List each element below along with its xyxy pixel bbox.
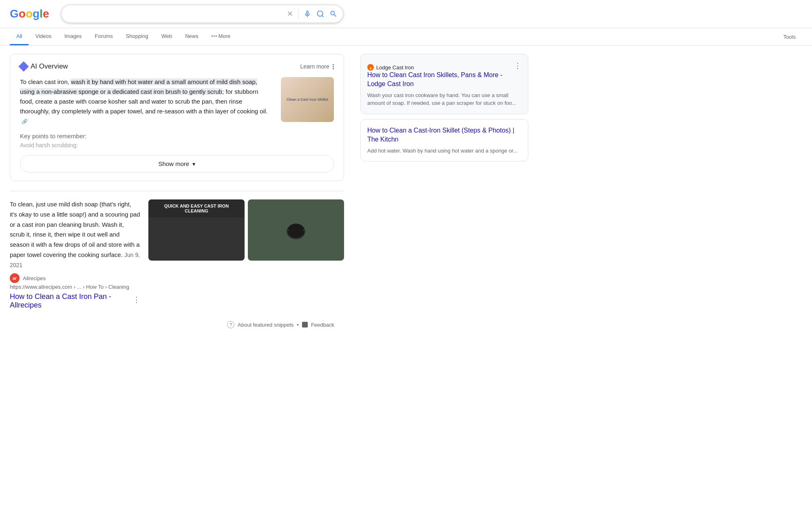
right-source-row-1: 🔥 Lodge Cast Iron ⋮ (367, 61, 521, 71)
tab-all[interactable]: All (10, 28, 29, 45)
avoid-text: Avoid harsh scrubbing: (20, 142, 334, 148)
google-logo[interactable]: Google (10, 7, 49, 20)
more-dots-icon (212, 35, 217, 37)
right-column: 🔥 Lodge Cast Iron ⋮ How to Clean Cast Ir… (360, 54, 528, 332)
svg-rect-4 (287, 230, 289, 232)
key-points-section: Key points to remember: Avoid harsh scru… (20, 133, 334, 148)
tab-news[interactable]: News (179, 28, 205, 45)
result-image-2 (248, 199, 344, 261)
clear-button[interactable]: ✕ (287, 9, 293, 18)
right-source-1-icon: 🔥 (367, 64, 374, 71)
tab-images[interactable]: Images (58, 28, 88, 45)
show-more-label: Show more (159, 160, 190, 167)
section-divider (10, 191, 344, 191)
learn-more-dots-icon (333, 64, 334, 69)
learn-more-label: Learn more (300, 63, 329, 70)
search-input[interactable]: how do you clean cast iron (70, 10, 323, 18)
result-images: QUICK AND EASY CAST IRON CLEANING (148, 199, 344, 261)
svg-point-3 (287, 223, 304, 238)
right-result-1-title[interactable]: How to Clean Cast Iron Skillets, Pans & … (367, 71, 521, 89)
result-link[interactable]: How to Clean a Cast Iron Pan - Allrecipe… (10, 292, 130, 310)
result-image-1: QUICK AND EASY CAST IRON CLEANING (148, 199, 245, 261)
result-image-1-text: QUICK AND EASY CAST IRON CLEANING (152, 204, 241, 213)
ai-overview-header: AI Overview Learn more (20, 62, 334, 71)
tab-more-label: More (218, 33, 231, 39)
svg-line-1 (322, 15, 324, 17)
footer-bar: ? About featured snippets • Feedback (10, 318, 344, 332)
footer-dot: • (297, 322, 299, 328)
tab-more[interactable]: More (205, 28, 237, 45)
ai-overview-label: AI Overview (31, 62, 68, 71)
result-text-area: To clean, just use mild dish soap (that'… (10, 199, 140, 310)
voice-search-button[interactable] (303, 10, 311, 18)
logo-g2: g (33, 7, 40, 20)
right-result-2-desc: Add hot water. Wash by hand using hot wa… (367, 147, 521, 155)
logo-l: l (40, 7, 43, 20)
right-source-1-name: Lodge Cast Iron (376, 64, 414, 71)
ai-main-text: To clean cast iron, wash it by hand with… (20, 77, 273, 126)
svg-point-0 (318, 11, 323, 16)
lens-search-button[interactable] (316, 10, 324, 18)
ai-content-area: To clean cast iron, wash it by hand with… (20, 77, 334, 126)
search-result-block: To clean, just use mild dish soap (that'… (10, 199, 344, 310)
ai-text-before-highlight: To clean cast iron, (20, 78, 71, 85)
source-name: Allrecipes (23, 275, 46, 281)
logo-e: e (43, 7, 49, 20)
ai-overview-box: AI Overview Learn more To clean cast iro… (10, 54, 344, 181)
logo-g: G (10, 7, 19, 20)
source-icon-text: ar (13, 276, 16, 281)
result-content-area: To clean, just use mild dish soap (that'… (10, 199, 344, 310)
tools-button[interactable]: Tools (777, 29, 802, 45)
feedback-link[interactable]: Feedback (311, 322, 334, 328)
ai-learn-more[interactable]: Learn more (300, 63, 334, 70)
header: Google how do you clean cast iron ✕ (0, 0, 812, 28)
search-bar: how do you clean cast iron ✕ (61, 5, 343, 23)
tab-web[interactable]: Web (155, 28, 179, 45)
right-source-1: 🔥 Lodge Cast Iron (367, 64, 414, 71)
feedback-icon (302, 322, 308, 327)
left-column: AI Overview Learn more To clean cast iro… (10, 54, 344, 332)
chevron-down-icon: ▾ (192, 161, 195, 167)
main-layout: AI Overview Learn more To clean cast iro… (0, 46, 538, 340)
source-url: https://www.allrecipes.com › ... › How T… (10, 284, 140, 290)
right-result-1-more-icon[interactable]: ⋮ (514, 61, 521, 70)
ai-overview-title: AI Overview (20, 62, 68, 71)
ai-overview-image: Clean a Cast Iron Skillet (281, 77, 334, 122)
source-info: ar Allrecipes (10, 273, 140, 283)
about-featured-snippets-link[interactable]: About featured snippets (238, 322, 293, 328)
result-image-1-content: QUICK AND EASY CAST IRON CLEANING (148, 199, 245, 217)
link-icon: 🔗 (22, 119, 28, 124)
result-text: To clean, just use mild dish soap (that'… (10, 199, 140, 270)
right-result-1-desc: Wash your cast iron cookware by hand. Yo… (367, 91, 521, 107)
right-result-1: 🔥 Lodge Cast Iron ⋮ How to Clean Cast Ir… (360, 54, 528, 114)
source-favicon: ar (10, 273, 20, 283)
show-more-button[interactable]: Show more ▾ (20, 155, 334, 173)
logo-o1: o (19, 7, 26, 20)
svg-rect-5 (303, 230, 305, 232)
ai-diamond-icon (18, 61, 29, 71)
result-title-row: How to Clean a Cast Iron Pan - Allrecipe… (10, 290, 140, 310)
search-bar-container: how do you clean cast iron ✕ (61, 5, 343, 23)
result-more-icon[interactable]: ⋮ (133, 295, 140, 304)
tab-forums[interactable]: Forums (88, 28, 119, 45)
divider (298, 9, 298, 19)
key-points-title: Key points to remember: (20, 133, 334, 139)
right-result-2: How to Clean a Cast-Iron Skillet (Steps … (360, 119, 528, 162)
help-icon[interactable]: ? (227, 321, 234, 328)
tab-shopping[interactable]: Shopping (119, 28, 155, 45)
cast-iron-svg (284, 218, 308, 242)
tab-videos[interactable]: Videos (29, 28, 58, 45)
ai-image-placeholder: Clean a Cast Iron Skillet (281, 77, 334, 122)
logo-o2: o (26, 7, 33, 20)
search-button[interactable] (329, 10, 338, 18)
search-bar-icons: ✕ (287, 9, 338, 19)
right-result-2-title[interactable]: How to Clean a Cast-Iron Skillet (Steps … (367, 126, 521, 144)
result-body-text: To clean, just use mild dish soap (that'… (10, 201, 140, 258)
nav-tabs: All Videos Images Forums Shopping Web Ne… (0, 28, 812, 46)
